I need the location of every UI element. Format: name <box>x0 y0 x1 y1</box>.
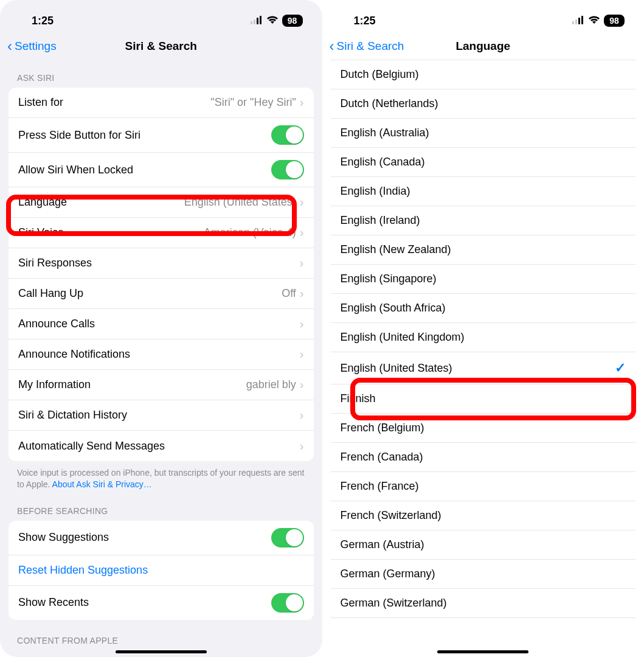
language-label: French (Belgium) <box>341 422 424 434</box>
row-reset-hidden[interactable]: Reset Hidden Suggestions <box>9 555 314 586</box>
back-button[interactable]: ‹ Settings <box>7 38 57 55</box>
language-label: English (Ireland) <box>341 214 420 227</box>
toggle-allow-locked[interactable] <box>271 160 304 179</box>
language-row[interactable]: English (Canada) <box>331 148 636 177</box>
language-row[interactable]: French (Canada) <box>331 443 636 472</box>
row-show-suggestions[interactable]: Show Suggestions <box>9 521 314 555</box>
section-header-before-searching: BEFORE SEARCHING <box>0 493 322 521</box>
language-row[interactable]: English (Singapore) <box>331 265 636 294</box>
section-header-ask-siri: ASK SIRI <box>0 60 322 88</box>
row-siri-voice[interactable]: Siri Voice American (Voice 4) › <box>9 218 314 248</box>
row-label: Reset Hidden Suggestions <box>18 564 148 577</box>
status-bar: 1:25 98 <box>322 0 645 33</box>
language-label: English (India) <box>341 185 410 198</box>
row-label: Siri & Dictation History <box>18 409 127 422</box>
row-show-recents[interactable]: Show Recents <box>9 586 314 620</box>
language-label: English (United States) <box>341 362 452 375</box>
language-label: German (Austria) <box>341 538 424 551</box>
chevron-right-icon: › <box>300 256 304 270</box>
row-value: English (United States) <box>184 196 296 209</box>
section-header-content-from-apple: CONTENT FROM APPLE <box>0 620 322 650</box>
row-my-information[interactable]: My Information gabriel bly › <box>9 370 314 400</box>
row-press-side-button[interactable]: Press Side Button for Siri <box>9 118 314 153</box>
checkmark-icon: ✓ <box>615 360 626 376</box>
row-language[interactable]: Language English (United States) › <box>9 187 314 218</box>
row-auto-send[interactable]: Automatically Send Messages › <box>9 431 314 461</box>
chevron-right-icon: › <box>300 347 304 361</box>
ask-siri-group: Listen for "Siri" or "Hey Siri" › Press … <box>9 88 314 461</box>
screenshot-left: 1:25 98 ‹ Settings Siri & Search ASK SIR… <box>0 0 322 657</box>
row-listen-for[interactable]: Listen for "Siri" or "Hey Siri" › <box>9 88 314 118</box>
cellular-icon <box>572 15 584 27</box>
chevron-left-icon: ‹ <box>330 38 334 55</box>
row-label: Show Recents <box>18 596 89 609</box>
language-label: Dutch (Belgium) <box>341 68 419 81</box>
toggle-show-suggestions[interactable] <box>271 528 304 548</box>
language-label: French (Canada) <box>341 451 423 464</box>
row-label: Press Side Button for Siri <box>18 129 140 142</box>
language-list[interactable]: Dutch (Belgium)Dutch (Netherlands)Englis… <box>331 60 636 618</box>
language-label: French (Switzerland) <box>341 509 441 522</box>
language-row[interactable]: Dutch (Netherlands) <box>331 89 636 119</box>
toggle-show-recents[interactable] <box>271 593 304 613</box>
language-label: English (New Zealand) <box>341 243 451 256</box>
svg-rect-3 <box>260 16 261 24</box>
footer-privacy-link[interactable]: About Ask Siri & Privacy… <box>52 479 152 489</box>
row-label: Listen for <box>18 96 63 109</box>
row-announce-calls[interactable]: Announce Calls › <box>9 309 314 339</box>
language-label: English (South Africa) <box>341 302 446 315</box>
row-announce-notifications[interactable]: Announce Notifications › <box>9 339 314 370</box>
chevron-right-icon: › <box>300 408 304 422</box>
language-row[interactable]: French (Switzerland) <box>331 501 636 530</box>
footer-text: Voice input is processed on iPhone, but … <box>0 461 322 493</box>
nav-bar: ‹ Siri & Search Language <box>322 33 645 60</box>
language-row[interactable]: English (New Zealand) <box>331 235 636 265</box>
row-label: Show Suggestions <box>18 531 109 544</box>
home-indicator[interactable] <box>116 650 207 653</box>
home-indicator[interactable] <box>437 650 528 653</box>
language-row[interactable]: English (United States)✓ <box>331 352 636 384</box>
row-label: Language <box>18 196 67 209</box>
language-row[interactable]: German (Austria) <box>331 530 636 560</box>
svg-rect-4 <box>572 21 574 24</box>
row-call-hangup[interactable]: Call Hang Up Off › <box>9 279 314 309</box>
row-value: gabriel bly <box>246 378 296 391</box>
back-button[interactable]: ‹ Siri & Search <box>330 38 404 55</box>
language-row[interactable]: English (South Africa) <box>331 294 636 323</box>
wifi-icon <box>588 15 600 27</box>
language-row[interactable]: English (Ireland) <box>331 206 636 235</box>
status-time: 1:25 <box>354 15 376 27</box>
language-row[interactable]: English (Australia) <box>331 119 636 148</box>
row-value: "Siri" or "Hey Siri" <box>210 96 296 109</box>
language-row[interactable]: Dutch (Belgium) <box>331 60 636 89</box>
toggle-press-side[interactable] <box>271 125 304 145</box>
row-siri-responses[interactable]: Siri Responses › <box>9 248 314 279</box>
row-label: My Information <box>18 378 91 391</box>
row-value: Off <box>282 287 296 300</box>
language-row[interactable]: Finnish <box>331 384 636 414</box>
row-label: Allow Siri When Locked <box>18 164 133 176</box>
language-row[interactable]: French (Belgium) <box>331 414 636 443</box>
language-row[interactable]: English (United Kingdom) <box>331 323 636 352</box>
row-label: Call Hang Up <box>18 287 83 300</box>
nav-bar: ‹ Settings Siri & Search <box>0 33 322 60</box>
chevron-right-icon: › <box>300 195 304 209</box>
screenshot-right: 1:25 98 ‹ Siri & Search Language Dutch (… <box>322 0 645 657</box>
status-bar: 1:25 98 <box>0 0 322 33</box>
wifi-icon <box>266 15 279 27</box>
chevron-right-icon: › <box>300 287 304 301</box>
language-label: English (Singapore) <box>341 273 437 285</box>
language-row[interactable]: English (India) <box>331 177 636 206</box>
chevron-right-icon: › <box>300 378 304 392</box>
language-row[interactable]: German (Germany) <box>331 560 636 589</box>
row-label: Announce Calls <box>18 318 95 330</box>
battery-indicator: 98 <box>282 15 303 27</box>
language-row[interactable]: French (France) <box>331 472 636 501</box>
row-history[interactable]: Siri & Dictation History › <box>9 400 314 431</box>
language-row[interactable]: German (Switzerland) <box>331 589 636 618</box>
battery-indicator: 98 <box>604 15 625 27</box>
back-label: Siri & Search <box>337 40 404 53</box>
row-allow-locked[interactable]: Allow Siri When Locked <box>9 153 314 187</box>
cellular-icon <box>251 15 263 27</box>
svg-rect-5 <box>575 19 577 24</box>
